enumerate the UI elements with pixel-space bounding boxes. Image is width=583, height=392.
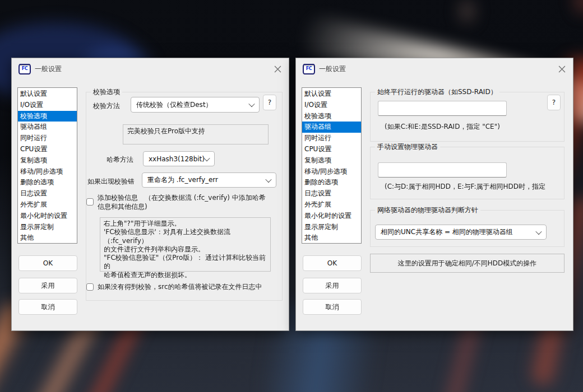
help-button[interactable]: ? [547, 95, 561, 110]
ssd-raid-hint: (如果C:和E:是SSD-RAID，指定 "CE") [385, 122, 500, 132]
chevron-down-icon [265, 176, 271, 182]
log-src-hash-label: 如果没有得到校验，src的哈希值将被记录在文件日志中 [98, 282, 283, 291]
dialog-title: 一般设置 [35, 64, 62, 74]
settings-category-list: 默认设置 I/O设置 校验选项 驱动器组 同时运行 CPU设置 复制选项 移动/… [302, 87, 362, 244]
pro-version-note: 完美校验只在Pro版中支持 [123, 124, 269, 144]
sidebar-item-copy-options[interactable]: 复制选项 [18, 155, 77, 166]
ok-button[interactable]: OK [18, 255, 77, 271]
hash-method-label: 哈希方法 [107, 155, 133, 165]
sidebar-item-parallel-run[interactable]: 同时运行 [302, 133, 361, 144]
network-drive-policy-value: 相同的UNC共享名称 = 相同的物理驱动器组 [381, 227, 513, 237]
network-drive-policy-select[interactable]: 相同的UNC共享名称 = 相同的物理驱动器组 [375, 225, 547, 240]
sidebar-item-move-sync-options[interactable]: 移动/同步选项 [302, 166, 361, 178]
ssd-raid-group: 始终平行运行的驱动器（如SSD-RAID） [370, 92, 565, 142]
settings-category-list: 默认设置 I/O设置 校验选项 驱动器组 同时运行 CPU设置 复制选项 移动/… [17, 87, 77, 244]
add-verify-info-checkbox[interactable] [86, 198, 94, 206]
verify-method-value: 传统校验（仅检查Dest） [136, 100, 212, 110]
sidebar-item-default-settings[interactable]: 默认设置 [18, 88, 77, 100]
cancel-button[interactable]: 取消 [303, 299, 362, 315]
close-icon[interactable] [273, 64, 282, 73]
group-title: 校验选项 [91, 87, 122, 97]
verify-method-label: 校验方法 [93, 101, 120, 111]
sidebar-item-shell-extension[interactable]: 外壳扩展 [18, 199, 77, 211]
verify-info-explanation: 右上角"?"用于详细显示。 'FC校验信息显示'：对具有上述交换数据流（:fc_… [100, 217, 271, 272]
on-verify-error-label: 如果出现校验错 [87, 177, 135, 186]
ssd-raid-drives-input[interactable] [378, 101, 507, 116]
log-src-hash-checkbox[interactable] [86, 283, 94, 291]
settings-dialog-drive-groups: FC 一般设置 默认设置 I/O设置 校验选项 驱动器组 同时运行 CPU设置 … [295, 58, 573, 331]
sidebar-item-delete-options[interactable]: 删除的选项 [18, 177, 77, 188]
manual-physical-drive-input[interactable] [378, 162, 507, 178]
titlebar[interactable]: FC 一般设置 [12, 58, 289, 80]
sidebar-item-io-settings[interactable]: I/O设置 [302, 100, 361, 111]
bokeh-light [460, 0, 474, 22]
fastcopy-app-icon: FC [303, 64, 315, 74]
chevron-down-icon [248, 101, 255, 107]
fastcopy-icon-text: FC [306, 67, 312, 71]
hdd-mode-note: 这里的设置用于确定相同/不同HDD模式的操作 [370, 254, 565, 273]
sidebar-item-log-settings[interactable]: 日志设置 [302, 188, 361, 199]
sidebar-item-verify-options[interactable]: 校验选项 [18, 111, 77, 122]
sidebar-item-log-settings[interactable]: 日志设置 [18, 188, 77, 199]
group-title: 网络驱动器的物理驱动器判断方针 [375, 206, 480, 215]
titlebar[interactable]: FC 一般设置 [296, 58, 573, 80]
sidebar-item-verify-options[interactable]: 校验选项 [302, 111, 361, 122]
add-verify-info-label: 添加校验信息 （在交换数据流 (:fc_verify) 中添加哈希 信息和其他信… [98, 193, 279, 211]
group-title: 始终平行运行的驱动器（如SSD-RAID） [375, 87, 499, 97]
desktop-background: FC 一般设置 默认设置 I/O设置 校验选项 驱动器组 同时运行 CPU设置 … [0, 0, 583, 392]
apply-button[interactable]: 采用 [18, 278, 77, 293]
chevron-down-icon [535, 228, 542, 234]
sidebar-item-cpu-settings[interactable]: CPU设置 [18, 144, 77, 155]
on-verify-error-value: 重命名为 .fc_verfy_err [147, 175, 218, 185]
ok-button[interactable]: OK [303, 255, 362, 271]
sidebar-item-copy-options[interactable]: 复制选项 [302, 155, 361, 166]
sidebar-item-minimize-settings[interactable]: 最小化时的设置 [302, 211, 361, 222]
settings-dialog-verify-options: FC 一般设置 默认设置 I/O设置 校验选项 驱动器组 同时运行 CPU设置 … [11, 58, 289, 331]
sidebar-item-display-customize[interactable]: 显示屏定制 [18, 222, 77, 233]
sidebar-item-parallel-run[interactable]: 同时运行 [18, 133, 77, 144]
bokeh-light [575, 0, 583, 13]
sidebar-item-misc[interactable]: 其他 [18, 232, 77, 244]
fastcopy-app-icon: FC [18, 64, 31, 74]
apply-button[interactable]: 采用 [303, 278, 362, 293]
help-button[interactable]: ? [263, 95, 276, 110]
sidebar-item-display-customize[interactable]: 显示屏定制 [302, 222, 361, 233]
sidebar-item-misc[interactable]: 其他 [302, 232, 361, 244]
manual-physical-drive-hint: (C:与D:属于相同HDD，E:与F:属于相同HDD时，指定 [385, 182, 545, 192]
verify-method-select[interactable]: 传统校验（仅检查Dest） [131, 97, 260, 113]
sidebar-item-move-sync-options[interactable]: 移动/同步选项 [18, 166, 77, 178]
sidebar-item-io-settings[interactable]: I/O设置 [18, 100, 77, 111]
sidebar-item-default-settings[interactable]: 默认设置 [302, 88, 361, 100]
fastcopy-icon-text: FC [22, 67, 27, 71]
hash-method-select[interactable]: xxHash3(128bit) [143, 151, 215, 166]
sidebar-item-cpu-settings[interactable]: CPU设置 [302, 144, 361, 155]
hash-method-value: xxHash3(128bit) [149, 155, 205, 163]
dialog-title: 一般设置 [319, 64, 346, 74]
sidebar-item-drive-groups[interactable]: 驱动器组 [302, 122, 361, 133]
chevron-down-icon [203, 155, 210, 161]
sidebar-item-shell-extension[interactable]: 外壳扩展 [302, 199, 361, 211]
sidebar-item-drive-groups[interactable]: 驱动器组 [18, 122, 77, 133]
sidebar-item-delete-options[interactable]: 删除的选项 [302, 177, 361, 188]
group-title: 手动设置物理驱动器 [375, 142, 440, 152]
sidebar-item-minimize-settings[interactable]: 最小化时的设置 [18, 211, 77, 222]
cancel-button[interactable]: 取消 [18, 299, 77, 315]
on-verify-error-select[interactable]: 重命名为 .fc_verfy_err [142, 172, 276, 188]
close-icon[interactable] [557, 64, 566, 73]
